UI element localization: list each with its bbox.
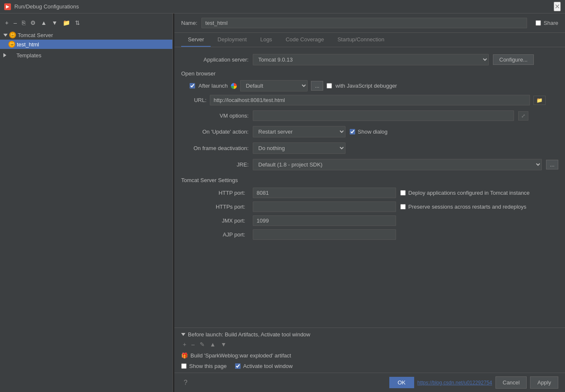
templates-icon	[8, 52, 15, 59]
url-folder-button[interactable]: 📁	[533, 96, 546, 105]
artifact-row: 🎁 Build 'SparkWeblog:war exploded' artif…	[181, 351, 558, 360]
before-launch-label: Before launch: Build Artifacts, Activate…	[188, 331, 311, 338]
tab-deployment[interactable]: Deployment	[211, 33, 253, 47]
tab-logs[interactable]: Logs	[254, 33, 279, 47]
jre-dots-button[interactable]: ...	[546, 160, 558, 169]
settings-button[interactable]: ⚙	[29, 19, 37, 27]
browser-select[interactable]: Default	[240, 80, 308, 91]
url-label: URL:	[190, 97, 206, 103]
after-launch-label: After launch	[198, 83, 228, 89]
activate-tool-window-checkbox[interactable]	[235, 363, 241, 369]
tomcat-settings-label: Tomcat Server Settings	[181, 177, 558, 183]
templates-label: Templates	[16, 52, 41, 59]
artifact-icon: 🎁	[181, 352, 188, 359]
show-this-page-label: Show this page	[181, 363, 227, 369]
ajp-port-input[interactable]	[253, 229, 396, 240]
tomcat-settings-section: Tomcat Server Settings HTTP port: Deploy…	[181, 177, 558, 240]
vm-expand-button[interactable]: ⤢	[518, 111, 528, 121]
browser-dots-button[interactable]: ...	[311, 81, 323, 91]
tab-server[interactable]: Server	[181, 33, 211, 47]
templates-expand-icon	[3, 53, 6, 57]
show-this-page-text: Show this page	[189, 363, 227, 369]
apply-button[interactable]: Apply	[530, 376, 558, 389]
add-config-button[interactable]: +	[3, 19, 10, 27]
js-debugger-label: with JavaScript debugger	[335, 83, 397, 89]
bl-add-button[interactable]: +	[181, 340, 188, 349]
tree-item-test-html[interactable]: 🐱 test_html	[0, 40, 172, 49]
title-bar-title: Run/Debug Configurations	[14, 3, 79, 10]
tomcat-expand-icon	[3, 34, 8, 37]
activate-tool-window-text: Activate tool window	[243, 363, 293, 369]
cancel-button[interactable]: Cancel	[495, 376, 527, 389]
test-html-label: test_html	[17, 41, 39, 48]
configure-button[interactable]: Configure...	[493, 54, 534, 65]
tab-startup-connection[interactable]: Startup/Connection	[331, 33, 391, 47]
share-checkbox[interactable]	[536, 20, 541, 26]
name-input[interactable]	[201, 18, 527, 28]
preserve-sessions-checkbox-label: Preserve sessions across restarts and re…	[400, 204, 558, 210]
tabs-bar: Server Deployment Logs Code Coverage Sta…	[174, 33, 565, 47]
tab-code-coverage[interactable]: Code Coverage	[279, 33, 331, 47]
url-input[interactable]	[210, 95, 530, 105]
jmx-port-label: JMX port:	[181, 217, 249, 224]
ok-button[interactable]: OK	[389, 377, 414, 388]
title-bar: ▶ Run/Debug Configurations ✕	[0, 0, 565, 13]
ajp-port-label: AJP port:	[181, 231, 249, 238]
on-frame-select[interactable]: Do nothing	[253, 142, 345, 154]
app-server-select[interactable]: Tomcat 9.0.13	[253, 54, 489, 65]
vm-options-input[interactable]	[253, 110, 514, 121]
test-html-icon: 🐱	[8, 41, 15, 48]
server-tab-content: Application server: Tomcat 9.0.13 Config…	[174, 47, 565, 328]
move-up-button[interactable]: ▲	[39, 19, 48, 27]
tree-item-tomcat-server[interactable]: 🐱 Tomcat Server	[0, 30, 172, 40]
bl-edit-button[interactable]: ✎	[198, 340, 206, 349]
content-panel: Name: Share Server Deployment Logs Code …	[174, 13, 565, 392]
deploy-apps-checkbox-label: Deploy applications configured in Tomcat…	[400, 190, 558, 196]
show-dialog-label: Show dialog	[358, 129, 388, 135]
help-button[interactable]: ?	[181, 378, 190, 387]
sidebar: + – ⎘ ⚙ ▲ ▼ 📁 ⇅ 🐱 Tomcat Server 🐱 test_h…	[0, 13, 173, 392]
share-label: Share	[544, 20, 558, 26]
bl-remove-button[interactable]: –	[190, 340, 196, 349]
show-dialog-checkbox[interactable]	[350, 129, 355, 134]
copy-config-button[interactable]: ⎘	[20, 19, 27, 27]
on-update-select[interactable]: Restart server	[253, 126, 345, 137]
move-down-button[interactable]: ▼	[50, 19, 59, 27]
http-port-input[interactable]	[253, 188, 396, 198]
jre-label: JRE:	[181, 161, 249, 168]
before-launch-section: Before launch: Build Artifacts, Activate…	[174, 328, 565, 373]
bl-up-button[interactable]: ▲	[208, 340, 217, 349]
tomcat-server-label: Tomcat Server	[18, 32, 53, 38]
vm-options-label: VM options:	[181, 113, 249, 119]
preserve-sessions-checkbox[interactable]	[400, 204, 406, 209]
sort-button[interactable]: ⇅	[73, 19, 82, 27]
http-port-label: HTTP port:	[181, 190, 249, 196]
name-label: Name:	[181, 20, 197, 26]
footer-bar: ? OK https://blog.csdn.net/u012292754 Ca…	[174, 373, 565, 392]
jre-select[interactable]: Default (1.8 - project SDK)	[253, 159, 542, 170]
before-launch-header[interactable]: Before launch: Build Artifacts, Activate…	[181, 331, 558, 338]
sidebar-toolbar: + – ⎘ ⚙ ▲ ▼ 📁 ⇅	[0, 17, 172, 30]
on-frame-label: On frame deactivation:	[181, 145, 249, 151]
after-launch-checkbox[interactable]	[190, 83, 195, 89]
tomcat-server-icon: 🐱	[9, 32, 16, 38]
on-update-label: On 'Update' action:	[181, 129, 249, 135]
app-icon: ▶	[4, 3, 11, 10]
https-port-label: HTTPs port:	[181, 204, 249, 210]
js-debugger-checkbox[interactable]	[327, 83, 332, 89]
chrome-icon	[231, 83, 237, 89]
https-port-input[interactable]	[253, 201, 396, 212]
artifact-label: Build 'SparkWeblog:war exploded' artifac…	[190, 352, 291, 359]
close-button[interactable]: ✕	[554, 2, 561, 11]
folder-button[interactable]: 📁	[61, 19, 72, 27]
show-this-page-checkbox[interactable]	[181, 363, 187, 369]
activate-tool-window-label: Activate tool window	[235, 363, 293, 369]
bl-down-button[interactable]: ▼	[219, 340, 228, 349]
jmx-port-input[interactable]	[253, 215, 396, 226]
app-server-label: Application server:	[181, 56, 249, 63]
footer-link[interactable]: https://blog.csdn.net/u012292754	[418, 380, 492, 386]
tree-item-templates[interactable]: Templates	[0, 51, 172, 60]
deploy-apps-checkbox[interactable]	[400, 190, 406, 196]
open-browser-label: Open browser	[181, 70, 558, 77]
remove-config-button[interactable]: –	[12, 19, 19, 27]
